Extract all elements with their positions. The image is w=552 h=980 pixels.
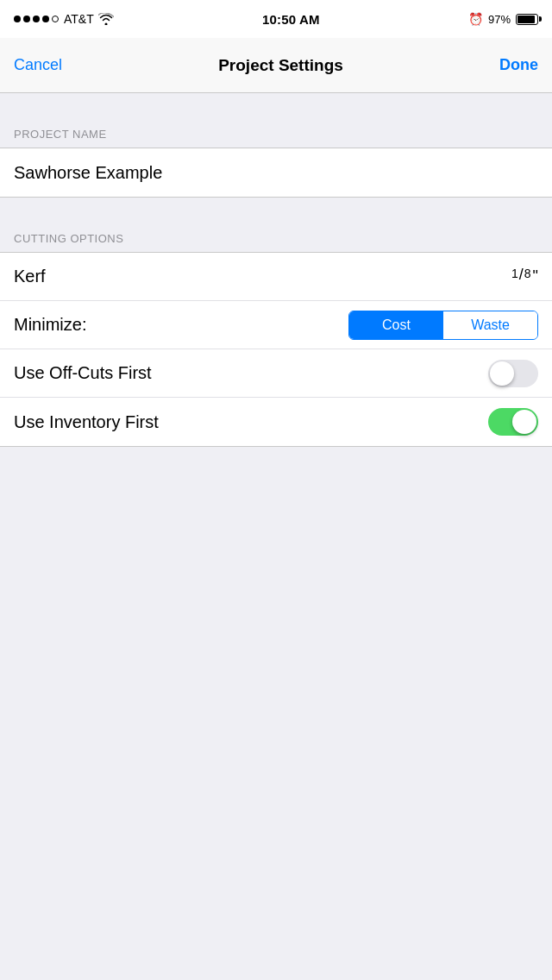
use-off-cuts-row: Use Off-Cuts First: [0, 349, 552, 398]
battery-fill: [518, 16, 535, 23]
minimize-row: Minimize: Cost Waste: [0, 301, 552, 349]
status-left: AT&T: [14, 12, 114, 26]
alarm-icon: ⏰: [468, 12, 483, 26]
use-off-cuts-toggle[interactable]: [488, 360, 538, 387]
cutting-options-group: Kerf 1 / 8 " Minimize: Cost Waste Use Of…: [0, 252, 552, 447]
use-inventory-row: Use Inventory First: [0, 398, 552, 446]
signal-dot-3: [33, 16, 40, 22]
project-name-group: [0, 148, 552, 198]
project-name-header: PROJECT NAME: [0, 110, 552, 148]
battery-icon: [516, 14, 538, 25]
mid-spacer: [0, 198, 552, 215]
minimize-segmented-control[interactable]: Cost Waste: [348, 311, 538, 340]
cancel-button[interactable]: Cancel: [14, 56, 62, 74]
project-name-row: [0, 148, 552, 197]
page-title: Project Settings: [218, 56, 343, 75]
kerf-row: Kerf 1 / 8 ": [0, 253, 552, 301]
signal-dot-2: [23, 16, 30, 22]
kerf-unit: ": [533, 267, 538, 286]
use-off-cuts-label: Use Off-Cuts First: [14, 363, 152, 383]
use-inventory-toggle[interactable]: [488, 408, 538, 436]
signal-dot-1: [14, 16, 21, 22]
minimize-waste-button[interactable]: Waste: [443, 311, 537, 339]
minimize-label: Minimize:: [14, 315, 86, 335]
use-inventory-label: Use Inventory First: [14, 412, 159, 432]
minimize-cost-button[interactable]: Cost: [349, 311, 443, 339]
use-inventory-thumb: [512, 410, 536, 434]
battery-percent: 97%: [488, 13, 511, 26]
carrier-label: AT&T: [64, 12, 94, 26]
project-name-input[interactable]: [14, 163, 538, 183]
use-off-cuts-thumb: [490, 361, 514, 386]
status-time: 10:50 AM: [262, 12, 320, 27]
status-bar: AT&T 10:50 AM ⏰ 97%: [0, 0, 552, 38]
kerf-value: 1 / 8 ": [511, 267, 538, 286]
navigation-bar: Cancel Project Settings Done: [0, 38, 552, 93]
status-right: ⏰ 97%: [468, 12, 538, 26]
kerf-denominator: 8: [524, 267, 531, 280]
cutting-options-header: CUTTING OPTIONS: [0, 215, 552, 252]
bottom-area: [0, 447, 552, 980]
signal-dot-4: [42, 16, 49, 22]
done-button[interactable]: Done: [499, 56, 538, 74]
kerf-numerator: 1: [511, 267, 518, 280]
signal-dots: [14, 16, 59, 22]
kerf-label: Kerf: [14, 267, 46, 286]
signal-dot-5: [52, 16, 59, 22]
wifi-icon: [98, 13, 114, 25]
kerf-slash: /: [519, 266, 524, 284]
carrier-info: AT&T: [64, 12, 114, 26]
top-spacer: [0, 93, 552, 110]
